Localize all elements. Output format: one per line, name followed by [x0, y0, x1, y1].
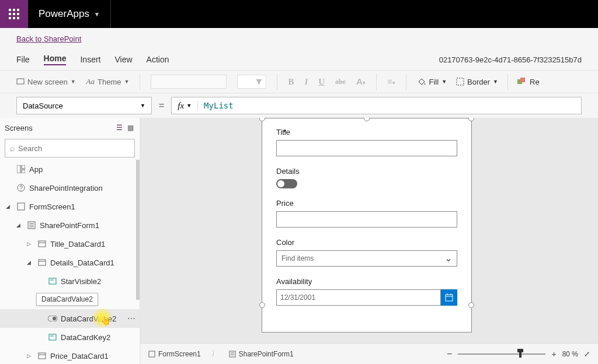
resize-handle[interactable]	[259, 302, 265, 308]
brand-label: PowerApps	[39, 8, 89, 20]
chevron-down-icon: ⌄	[445, 254, 452, 263]
resize-handle[interactable]	[468, 118, 474, 121]
details-toggle[interactable]	[276, 179, 297, 188]
formula-value[interactable]: MyList	[198, 101, 239, 110]
zoom-slider[interactable]	[458, 354, 545, 355]
tree-title-datacard[interactable]: ▷ Title_DataCard1	[0, 235, 140, 253]
svg-point-23	[53, 317, 56, 320]
calendar-button[interactable]	[441, 289, 457, 306]
svg-rect-32	[149, 351, 155, 357]
svg-rect-6	[22, 170, 25, 173]
grid-view-icon[interactable]: ▦	[127, 124, 134, 132]
datacard-icon	[37, 351, 47, 360]
fill-button[interactable]: Fill ▼	[417, 77, 447, 86]
breadcrumb-form[interactable]: SharePointForm1	[229, 350, 294, 358]
zoom-value: 80 %	[562, 350, 578, 358]
new-screen-button[interactable]: New screen ▼	[16, 78, 76, 86]
font-color-button: A▾	[356, 76, 366, 87]
divider	[110, 0, 111, 28]
screens-panel-title: Screens	[5, 124, 33, 132]
menu-view[interactable]: View	[114, 55, 132, 64]
resize-handle[interactable]	[468, 302, 474, 308]
screens-panel: Screens ☰ ▦ App ? SharePointIntegration …	[0, 118, 140, 364]
theme-label: Theme	[98, 78, 121, 86]
tree-errormessage[interactable]: Error DataCardValue2	[0, 290, 140, 309]
form-body: * Title Details Price Color Find items	[262, 118, 471, 326]
back-to-sharepoint-link[interactable]: Back to SharePoint	[16, 34, 81, 43]
chevron-down-icon: ▼	[94, 11, 100, 18]
tree-app[interactable]: App	[0, 160, 140, 178]
zoom-out-button[interactable]: −	[447, 349, 452, 359]
tree-starvisible[interactable]: StarVisible2	[0, 272, 140, 290]
availability-input[interactable]: 12/31/2001	[276, 289, 441, 306]
chevron-down-icon: ▼	[140, 103, 145, 108]
tree-title-dc-label: Title_DataCard1	[50, 240, 105, 249]
tree-sharepointform[interactable]: ◢ SharePointForm1	[0, 216, 140, 235]
svg-text:?: ?	[19, 185, 23, 191]
price-input[interactable]	[276, 211, 457, 228]
details-label: Details	[276, 167, 457, 176]
status-bar: FormScreen1 〉 SharePointForm1 − + 80 % ⤢	[140, 343, 598, 364]
divider	[507, 74, 508, 90]
tree-price-datacard[interactable]: ▷ Price_DataCard1	[0, 346, 140, 364]
top-app-bar: PowerApps ▼	[0, 0, 598, 28]
caret-right-icon[interactable]: ▷	[27, 241, 34, 247]
brand-dropdown[interactable]: PowerApps ▼	[28, 8, 110, 20]
tree-datacardvalue[interactable]: DataCardValue2 ⋯ 👆	[0, 309, 140, 328]
color-placeholder: Find items	[281, 254, 314, 262]
property-dropdown[interactable]: DataSource ▼	[16, 97, 152, 114]
divider	[406, 74, 406, 90]
strikethrough-button: abc	[335, 78, 346, 86]
svg-rect-4	[17, 165, 20, 173]
theme-icon: Aa	[86, 77, 95, 86]
fill-icon	[417, 77, 426, 86]
divider	[277, 74, 277, 90]
caret-down-icon[interactable]: ◢	[6, 204, 13, 209]
title-input[interactable]	[276, 140, 457, 156]
caret-down-icon[interactable]: ◢	[16, 222, 23, 228]
menu-home[interactable]: Home	[44, 54, 67, 65]
more-button[interactable]: ⋯	[127, 314, 136, 323]
caret-right-icon[interactable]: ▷	[27, 353, 34, 359]
fx-label[interactable]: fx ▼	[172, 101, 198, 111]
svg-rect-5	[22, 165, 25, 169]
label-icon	[48, 276, 57, 286]
reorder-button[interactable]: Re	[517, 78, 540, 86]
tree-spi-label: SharePointIntegration	[29, 184, 103, 192]
waffle-button[interactable]	[0, 0, 28, 28]
canvas[interactable]: * Title Details Price Color Find items	[140, 118, 598, 364]
border-button[interactable]: Border ▼	[456, 78, 498, 86]
tree-datacardkey[interactable]: DataCardKey2	[0, 328, 140, 346]
search-box[interactable]	[5, 139, 135, 158]
menu-action[interactable]: Action	[147, 55, 169, 64]
menu-insert[interactable]: Insert	[80, 55, 100, 64]
formula-input-container: fx ▼ MyList	[171, 97, 582, 114]
zoom-thumb[interactable]	[519, 351, 521, 358]
color-dropdown[interactable]: Find items ⌄	[276, 250, 457, 267]
caret-down-icon[interactable]: ◢	[27, 260, 34, 265]
screen-icon	[16, 202, 26, 211]
availability-field: Availability 12/31/2001	[276, 277, 457, 306]
svg-rect-0	[17, 79, 24, 84]
search-icon	[10, 143, 15, 153]
italic-button: I	[304, 77, 308, 87]
svg-rect-33	[230, 351, 235, 357]
fullscreen-button[interactable]: ⤢	[584, 350, 590, 358]
form-icon	[27, 220, 36, 230]
list-view-icon[interactable]: ☰	[116, 124, 123, 132]
sharepoint-form[interactable]: * Title Details Price Color Find items	[262, 118, 472, 332]
svg-rect-1	[457, 78, 464, 85]
underline-button: U	[318, 77, 325, 87]
tree-formscreen[interactable]: ◢ FormScreen1	[0, 197, 140, 216]
main-area: Screens ☰ ▦ App ? SharePointIntegration …	[0, 118, 598, 364]
chevron-down-icon: ▼	[124, 79, 129, 85]
title-label: Title	[276, 128, 457, 136]
menu-file[interactable]: File	[16, 55, 30, 64]
tree-sharepoint-integration[interactable]: ? SharePointIntegration	[0, 178, 140, 197]
zoom-in-button[interactable]: +	[551, 349, 556, 359]
tree-details-dc-label: Details_DataCard1	[50, 258, 114, 267]
breadcrumb-screen[interactable]: FormScreen1	[148, 350, 201, 358]
tree-details-datacard[interactable]: ◢ Details_DataCard1	[0, 253, 140, 272]
theme-button[interactable]: Aa Theme ▼	[86, 77, 130, 86]
search-input[interactable]	[18, 144, 130, 153]
